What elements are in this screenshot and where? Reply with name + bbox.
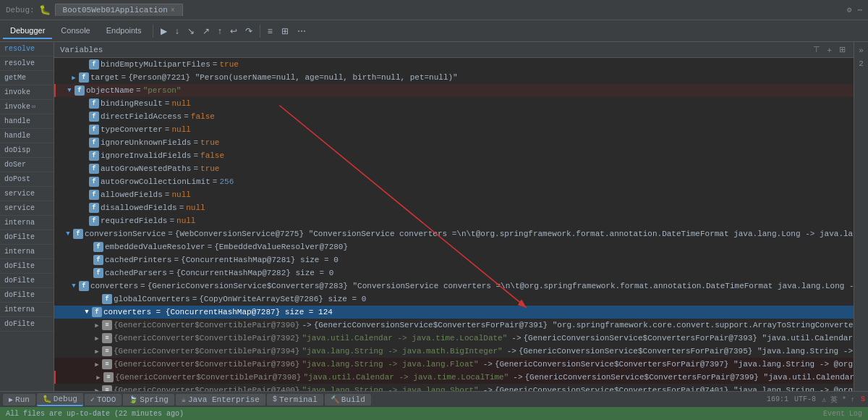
toggle[interactable]: ▶ <box>92 335 102 343</box>
toggle[interactable]: ▶ <box>69 74 79 82</box>
var-row-ignoreinvalidfields[interactable]: f ignoreInvalidFields = false <box>54 149 854 162</box>
var-row-directfieldaccess[interactable]: f directFieldAccess = false <box>54 110 854 123</box>
resume-button[interactable]: ▶ <box>157 24 171 38</box>
var-row-converters-map[interactable]: ▼ f converters = {ConcurrentHashMap@7287… <box>54 306 854 319</box>
var-row-entry-7396[interactable]: ▶ ≡ {GenericConverter$ConvertiblePair@73… <box>54 358 854 371</box>
var-name: autoGrowNestedPaths <box>101 164 191 173</box>
app-name: Boot05Web01Application <box>63 6 168 14</box>
right-icon-2[interactable]: 2 <box>857 58 865 70</box>
var-row-bindingresult[interactable]: f bindingResult = null <box>54 97 854 110</box>
bottom-tab-java-enterprise[interactable]: ☕ Java Enterprise <box>176 394 265 406</box>
var-row-bind-empty[interactable]: f bindEmptyMultipartFiles = true <box>54 58 854 71</box>
tab-endpoints[interactable]: Endpoints <box>99 23 149 39</box>
var-row-autogrownestedpaths[interactable]: f autoGrowNestedPaths = true <box>54 162 854 175</box>
var-row-ignoreunknownfields[interactable]: f ignoreUnknownFields = true <box>54 136 854 149</box>
sidebar-item-invoke-1[interactable]: invoke <box>0 85 54 100</box>
sidebar-item-doser[interactable]: doSer <box>0 158 54 172</box>
var-key-str: "java.util.Calendar -> java.time.LocalDa… <box>302 334 507 343</box>
more-button[interactable]: ⋯ <box>294 24 310 38</box>
sidebar-item-getme[interactable]: getMe <box>0 71 54 85</box>
close-tab-icon[interactable]: × <box>171 7 175 14</box>
sidebar-item-dofilte-1[interactable]: doFilte <box>0 230 54 245</box>
settings-panel-button[interactable]: ⊞ <box>837 44 848 55</box>
run-cursor-button[interactable]: ↑ <box>214 24 226 38</box>
sidebar-item-invoke-2[interactable]: invoke∞ <box>0 100 54 114</box>
bottom-tab-run[interactable]: ▶ Run <box>3 394 35 406</box>
toggle[interactable]: ▼ <box>63 230 73 238</box>
var-eq: = <box>169 269 174 277</box>
restore-layout-button[interactable]: ≡ <box>264 24 276 38</box>
var-row-embeddedvalueresolver[interactable]: f embeddedValueResolver = {EmbeddedValue… <box>54 240 854 253</box>
sidebar-item-dofilte-5[interactable]: doFilte <box>0 317 54 332</box>
step-into-button[interactable]: ↘ <box>184 24 198 38</box>
add-watch-button[interactable]: + <box>825 44 834 55</box>
var-row-entry-7394[interactable]: ▶ ≡ {GenericConverter$ConvertiblePair@73… <box>54 345 854 358</box>
var-row-cachedparsers[interactable]: f cachedParsers = {ConcurrentHashMap@728… <box>54 266 854 280</box>
toggle[interactable]: ▶ <box>92 387 102 392</box>
var-name: allowedFields <box>101 190 163 199</box>
toggle[interactable]: ▼ <box>82 308 92 316</box>
var-row-cachedprinters[interactable]: f cachedPrinters = {ConcurrentHashMap@72… <box>54 253 854 266</box>
sidebar-item-interna-1[interactable]: interna <box>0 216 54 230</box>
var-value: {GenericConversionService$ConvertersForP… <box>495 386 854 391</box>
tab-debugger[interactable]: Debugger <box>3 23 52 39</box>
bottom-tab-todo[interactable]: ✓ TODO <box>85 394 122 406</box>
var-row-converters-top[interactable]: ▼ f converters = {GenericConversionServi… <box>54 280 854 293</box>
var-row-conversionservice[interactable]: ▼ f conversionService = {WebConversionSe… <box>54 227 854 240</box>
var-value: {GenericConversionService$ConvertersForP… <box>495 360 854 369</box>
bottom-tab-build[interactable]: 🔨 Build <box>325 394 371 406</box>
toggle[interactable]: ▶ <box>93 374 103 382</box>
dots-icon[interactable]: ⋯ <box>857 5 862 14</box>
toggle[interactable]: ▶ <box>92 348 102 356</box>
sidebar-item-dofilte-3[interactable]: doFilte <box>0 274 54 288</box>
sidebar-item-interna-2[interactable]: interna <box>0 245 54 259</box>
sidebar-item-handle-2[interactable]: handle <box>0 129 54 143</box>
toggle[interactable]: ▼ <box>64 87 75 94</box>
javaee-icon: ☕ <box>182 395 186 404</box>
sidebar-item-dofilte-2[interactable]: doFilte <box>0 259 54 274</box>
var-row-typeconverter[interactable]: f typeConverter = null <box>54 123 854 136</box>
var-key-str: "java.util.Calendar -> java.time.LocalTi… <box>303 373 509 382</box>
var-name: conversionService <box>85 230 166 238</box>
sidebar-item-service-2[interactable]: service <box>0 201 54 216</box>
sidebar-item-dopost[interactable]: doPost <box>0 172 54 187</box>
sidebar-item-interna-3[interactable]: interna <box>0 303 54 317</box>
app-tab[interactable]: Boot05Web01Application × <box>55 4 183 16</box>
var-row-entry-7390[interactable]: ▶ ≡ {GenericConverter$ConvertiblePair@73… <box>54 319 854 332</box>
sidebar-item-handle-1[interactable]: handle <box>0 114 54 129</box>
var-row-objectname[interactable]: ▼ f objectName = "person" <box>54 84 854 97</box>
bottom-tab-terminal[interactable]: $ Terminal <box>267 394 323 406</box>
var-row-entry-7392[interactable]: ▶ ≡ {GenericConverter$ConvertiblePair@73… <box>54 332 854 345</box>
gear-icon[interactable]: ⚙ <box>847 5 852 14</box>
var-row-requiredfields[interactable]: f requiredFields = null <box>54 214 854 227</box>
toggle[interactable]: ▶ <box>92 322 102 329</box>
sidebar-item-service-1[interactable]: service <box>0 187 54 201</box>
step-out-button[interactable]: ↗ <box>199 24 213 38</box>
var-name: objectName <box>86 86 134 95</box>
right-icon-1[interactable]: » <box>857 45 865 56</box>
drop-frame-button[interactable]: ↷ <box>242 24 256 38</box>
var-row-autogrowcollectionlimit[interactable]: f autoGrowCollectionLimit = 256 <box>54 175 854 188</box>
var-eq: = <box>179 203 184 212</box>
toggle[interactable]: ▶ <box>92 361 102 369</box>
sidebar-item-resolve-1[interactable]: resolve <box>0 42 54 56</box>
var-row-target[interactable]: ▶ f target = {Person@7221} "Person(userN… <box>54 71 854 84</box>
var-row-allowedfields[interactable]: f allowedFields = null <box>54 188 854 201</box>
event-log-link[interactable]: Event Log <box>823 410 862 418</box>
var-row-globalconverters[interactable]: f globalConverters = {CopyOnWriteArraySe… <box>54 293 854 306</box>
var-value: {GenericConversionService$ConvertersForP… <box>525 373 854 382</box>
toggle[interactable]: ▼ <box>69 282 79 290</box>
sidebar-item-dodisp[interactable]: doDisp <box>0 143 54 158</box>
bottom-tab-debug[interactable]: 🐛 Debug <box>37 393 83 406</box>
sidebar-item-resolve-2[interactable]: resolve <box>0 56 54 71</box>
settings-button[interactable]: ⊞ <box>278 24 292 38</box>
var-row-entry-7400[interactable]: ▶ ≡ {GenericConverter$ConvertiblePair@74… <box>54 384 854 391</box>
tab-console[interactable]: Console <box>54 23 97 39</box>
step-over-button[interactable]: ↓ <box>171 24 183 38</box>
bottom-tab-spring[interactable]: 🍃 Spring <box>123 394 174 406</box>
var-row-disallowedfields[interactable]: f disallowedFields = null <box>54 201 854 214</box>
sidebar-item-dofilte-4[interactable]: doFilte <box>0 288 54 303</box>
filter-button[interactable]: ⊤ <box>811 44 822 55</box>
var-row-entry-7398[interactable]: ▶ ≡ {GenericConverter$ConvertiblePair@73… <box>54 371 854 384</box>
evaluate-button[interactable]: ↩ <box>226 24 241 38</box>
